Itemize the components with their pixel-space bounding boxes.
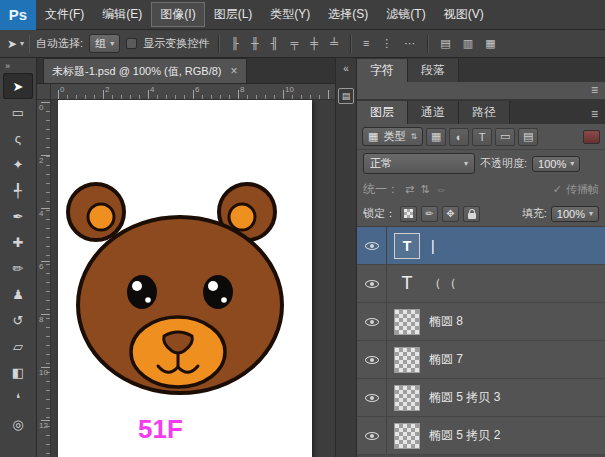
layer-row-shape[interactable]: 椭圆 8: [357, 303, 605, 341]
layer-name[interactable]: 椭圆 8: [429, 313, 463, 330]
close-icon[interactable]: ×: [231, 65, 238, 77]
layer-row-shape[interactable]: 椭圆 5 拷贝 3: [357, 379, 605, 417]
document-tab[interactable]: 未标题-1.psd @ 100% (值, RGB/8) ×: [43, 58, 247, 83]
panel-menu-icon[interactable]: ≡: [591, 108, 598, 120]
align-bottom-icon[interactable]: ╧: [327, 37, 341, 50]
show-transform-checkbox[interactable]: [126, 38, 137, 49]
tab-paragraph[interactable]: 段落: [408, 59, 459, 82]
gradient-icon: ◧: [12, 365, 24, 380]
layer-row-text[interactable]: T （ （: [357, 265, 605, 303]
eraser-tool[interactable]: ▱: [3, 333, 33, 359]
menu-edit[interactable]: 编辑(E): [93, 2, 151, 27]
menu-view[interactable]: 视图(V): [435, 2, 493, 27]
visibility-toggle[interactable]: [357, 303, 387, 340]
magic-wand-tool[interactable]: ✦: [3, 151, 33, 177]
layer-row-shape[interactable]: 椭圆 5 拷贝 2: [357, 417, 605, 455]
align-left-icon[interactable]: ╟: [228, 37, 242, 50]
collapse-panels-button[interactable]: «: [343, 58, 349, 74]
filter-shape-layers-icon[interactable]: ▭: [495, 128, 515, 146]
layer-filter-toggle[interactable]: [583, 130, 600, 144]
clone-stamp-tool[interactable]: ♟: [3, 281, 33, 307]
collapsed-panel-icon[interactable]: ▤: [338, 88, 354, 104]
layer-thumbnail[interactable]: [394, 423, 420, 449]
visibility-toggle[interactable]: [357, 227, 387, 264]
lasso-tool[interactable]: ς: [3, 125, 33, 151]
opacity-dropdown[interactable]: 100% ▾: [532, 156, 580, 172]
chevron-down-icon: ▾: [20, 39, 24, 48]
vertical-ruler[interactable]: 0 2 4 6 8 10 12: [37, 100, 51, 457]
distribute-h-center-icon[interactable]: ▥: [460, 37, 476, 50]
fill-dropdown[interactable]: 100% ▾: [551, 206, 599, 222]
lock-image-pixels-icon[interactable]: ✏: [421, 206, 438, 222]
blur-tool[interactable]: ❛: [3, 385, 33, 411]
visibility-toggle[interactable]: [357, 265, 387, 302]
layer-thumbnail[interactable]: T: [394, 233, 420, 259]
layer-name[interactable]: 椭圆 7: [429, 351, 463, 368]
unify-position-icon[interactable]: ⇄: [405, 183, 414, 196]
align-top-icon[interactable]: ╤: [288, 37, 302, 50]
filter-smart-object-icon[interactable]: ▤: [518, 128, 538, 146]
auto-select-label: 自动选择:: [36, 36, 83, 51]
tab-channels[interactable]: 通道: [408, 101, 459, 124]
align-right-icon[interactable]: ╢: [268, 37, 282, 50]
tab-layers[interactable]: 图层: [357, 101, 408, 124]
visibility-toggle[interactable]: [357, 341, 387, 378]
align-v-center-icon[interactable]: ╪: [307, 37, 321, 50]
menu-file[interactable]: 文件(F): [36, 2, 93, 27]
visibility-toggle[interactable]: [357, 379, 387, 416]
panel-menu-icon[interactable]: ≡: [591, 84, 598, 96]
marquee-tool[interactable]: ▭: [3, 99, 33, 125]
layer-thumbnail[interactable]: [394, 309, 420, 335]
layer-thumbnail[interactable]: [394, 347, 420, 373]
menu-layer[interactable]: 图层(L): [205, 2, 262, 27]
tool-preset-button[interactable]: ➤ ▾: [5, 35, 30, 53]
filter-type-layers-icon[interactable]: T: [472, 128, 492, 146]
layer-name[interactable]: （ （: [429, 275, 456, 292]
layer-name[interactable]: 椭圆 5 拷贝 3: [429, 389, 500, 406]
distribute-bottom-icon[interactable]: ⋯: [401, 37, 418, 50]
blend-mode-dropdown[interactable]: 正常 ▾: [363, 153, 475, 174]
menu-filter[interactable]: 滤镜(T): [377, 2, 434, 27]
toolbar-expand-button[interactable]: »: [0, 58, 15, 73]
filter-adjustment-layers-icon[interactable]: ◐: [449, 128, 469, 146]
menu-select[interactable]: 选择(S): [319, 2, 377, 27]
healing-brush-tool[interactable]: ✚: [3, 229, 33, 255]
eyedropper-tool[interactable]: ✒: [3, 203, 33, 229]
layer-thumbnail[interactable]: T: [394, 271, 420, 297]
visibility-toggle[interactable]: [357, 417, 387, 454]
character-panel-tabs: 字符 段落: [357, 58, 605, 82]
menu-image[interactable]: 图像(I): [151, 2, 204, 27]
filter-type-dropdown[interactable]: ▦ 类型 ⇅: [362, 127, 423, 146]
ruler-origin-corner[interactable]: [37, 84, 51, 100]
history-brush-tool[interactable]: ↺: [3, 307, 33, 333]
lock-position-icon[interactable]: ✥: [442, 206, 459, 222]
layer-row-shape[interactable]: 椭圆 7: [357, 341, 605, 379]
crop-tool[interactable]: ╃: [3, 177, 33, 203]
tab-character[interactable]: 字符: [357, 59, 408, 82]
distribute-right-icon[interactable]: ▦: [482, 37, 498, 50]
layer-name[interactable]: 椭圆 5 拷贝 2: [429, 427, 500, 444]
lock-all-icon[interactable]: [463, 206, 480, 222]
lock-transparent-pixels-icon[interactable]: [400, 206, 417, 222]
menu-bar: Ps 文件(F) 编辑(E) 图像(I) 图层(L) 类型(Y) 选择(S) 滤…: [0, 0, 605, 30]
distribute-v-center-icon[interactable]: ⋮: [378, 37, 395, 50]
move-tool[interactable]: ➤: [3, 73, 33, 99]
menu-type[interactable]: 类型(Y): [261, 2, 319, 27]
canvas[interactable]: 51F: [58, 100, 312, 457]
unify-visibility-icon[interactable]: ⇅: [420, 183, 429, 196]
eye-icon: [365, 318, 379, 326]
dodge-tool[interactable]: ◎: [3, 411, 33, 437]
gradient-tool[interactable]: ◧: [3, 359, 33, 385]
layer-row-text-editing[interactable]: T |: [357, 227, 605, 265]
auto-select-dropdown[interactable]: 组 ▾: [89, 34, 120, 53]
tab-paths[interactable]: 路径: [459, 101, 510, 124]
horizontal-ruler[interactable]: 0 2 4 6 8 10: [51, 84, 335, 100]
distribute-left-icon[interactable]: ▤: [437, 37, 453, 50]
align-h-center-icon[interactable]: ╫: [248, 37, 262, 50]
distribute-top-icon[interactable]: ≡: [360, 37, 372, 50]
brush-tool[interactable]: ✏: [3, 255, 33, 281]
filter-pixel-layers-icon[interactable]: ▦: [426, 128, 446, 146]
layer-thumbnail[interactable]: [394, 385, 420, 411]
unify-style-icon[interactable]: ⇔: [435, 183, 446, 195]
propagate-frame-checkbox[interactable]: ✓ 传播帧: [553, 182, 599, 197]
